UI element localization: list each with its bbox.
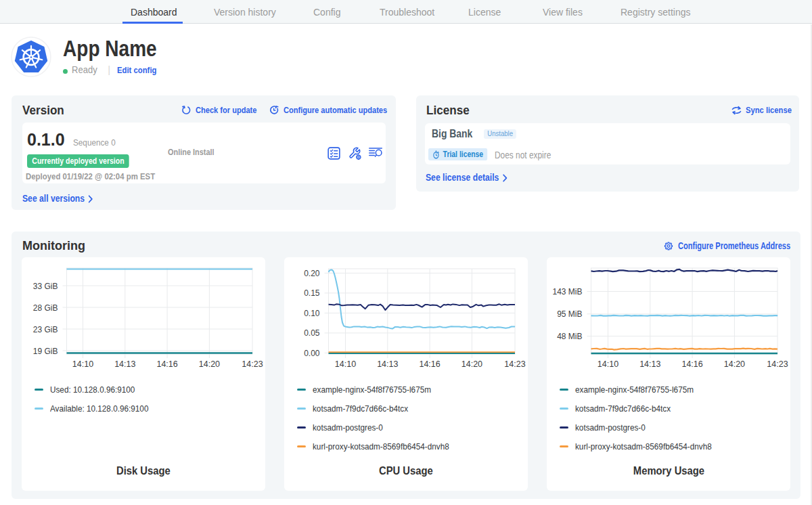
- svg-text:14:13: 14:13: [114, 359, 135, 369]
- svg-text:14:16: 14:16: [156, 359, 177, 369]
- svg-text:14:10: 14:10: [597, 359, 618, 369]
- svg-text:33 GiB: 33 GiB: [33, 282, 58, 291]
- svg-text:14:13: 14:13: [377, 359, 398, 369]
- svg-text:14:20: 14:20: [461, 359, 482, 369]
- svg-text:28 GiB: 28 GiB: [33, 303, 58, 313]
- svg-text:0.05: 0.05: [304, 328, 320, 338]
- svg-text:0.20: 0.20: [304, 269, 320, 278]
- svg-text:0.00: 0.00: [304, 349, 320, 358]
- svg-text:14:23: 14:23: [767, 359, 788, 369]
- svg-text:14:20: 14:20: [199, 359, 220, 369]
- svg-text:14:13: 14:13: [639, 359, 660, 369]
- svg-text:48 MiB: 48 MiB: [557, 332, 582, 341]
- svg-text:23 GiB: 23 GiB: [33, 325, 58, 334]
- svg-text:95 MiB: 95 MiB: [557, 309, 582, 319]
- svg-text:14:10: 14:10: [72, 359, 93, 369]
- svg-text:143 MiB: 143 MiB: [552, 287, 582, 297]
- svg-text:0.15: 0.15: [304, 288, 320, 298]
- svg-text:19 GiB: 19 GiB: [33, 347, 58, 356]
- svg-text:14:23: 14:23: [242, 359, 263, 369]
- svg-text:14:23: 14:23: [504, 359, 525, 369]
- svg-text:14:16: 14:16: [419, 359, 440, 369]
- svg-text:14:10: 14:10: [335, 359, 356, 369]
- svg-text:14:16: 14:16: [681, 359, 702, 369]
- svg-text:14:20: 14:20: [724, 359, 745, 369]
- svg-text:0.10: 0.10: [304, 309, 320, 318]
